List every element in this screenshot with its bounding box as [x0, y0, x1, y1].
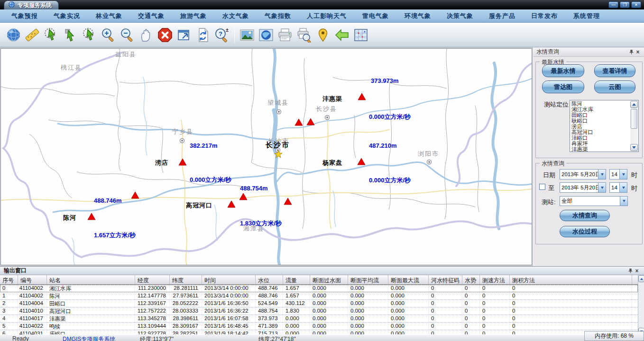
menu-item[interactable]: 日常发布 [526, 10, 562, 22]
window-export-icon[interactable] [175, 25, 193, 45]
station-list-item[interactable]: 湘江水库 [571, 107, 630, 112]
water-query-button[interactable]: 水情查询 [560, 210, 610, 221]
cloud-image-button[interactable]: 云图 [594, 81, 635, 93]
column-header[interactable]: 断面最大流 [388, 275, 429, 284]
column-header[interactable]: 断面平均流 [348, 275, 388, 284]
date-combo-2-dropdown-icon[interactable] [598, 183, 606, 192]
station-triangle-marker[interactable] [358, 158, 365, 165]
globe-icon[interactable] [4, 25, 23, 45]
table-row[interactable]: 041104002湘江水库111.23000028.2811112013/3/1… [0, 285, 638, 292]
output-pin-icon[interactable] [627, 268, 634, 274]
menu-item[interactable]: 环境气象 [400, 10, 436, 22]
station-list-item[interactable]: 冉家坪 [571, 141, 630, 146]
station-list-item[interactable]: 耿峪口 [571, 118, 630, 124]
output-close-icon[interactable]: × [634, 268, 640, 274]
column-header[interactable]: 流量 [283, 275, 310, 284]
scroll-up-button[interactable] [630, 101, 638, 108]
date-combo-dropdown-icon[interactable] [598, 170, 606, 179]
print-icon[interactable] [276, 25, 294, 45]
back-arrow-icon[interactable] [332, 25, 351, 45]
column-header[interactable]: 经度 [135, 275, 170, 284]
table-row[interactable]: 541104022鸣犊113.10944428.3091672013/1/6 1… [0, 323, 638, 330]
date-combo-2[interactable]: 2013年 5月20日 [560, 182, 606, 193]
table-row[interactable]: 141104002陈河112.14777827.9736112013/3/14 … [0, 292, 638, 300]
to-checkbox[interactable] [539, 184, 545, 190]
menu-item[interactable]: 决策气象 [442, 10, 478, 22]
station-list-item[interactable]: 高冠河口 [571, 129, 630, 135]
close-button[interactable]: × [631, 1, 641, 8]
restore-button[interactable]: ❐ [620, 1, 630, 8]
table-row[interactable]: 241104004田峪口112.33916728.0522222013/1/6 … [0, 300, 638, 307]
station-combo-dropdown-icon[interactable] [620, 197, 627, 206]
radar-chart-button[interactable]: 雷达图 [542, 81, 584, 93]
column-header[interactable]: 断面过水面 [310, 275, 348, 284]
stop-icon[interactable] [156, 25, 175, 45]
stage-process-button[interactable]: 水位过程 [560, 226, 610, 237]
station-list-item[interactable]: 陈河 [571, 101, 630, 107]
measure-icon[interactable] [23, 25, 42, 45]
menu-item[interactable]: 旅游气象 [175, 10, 212, 22]
table-scrollbar[interactable] [638, 275, 644, 335]
station-triangle-marker[interactable] [228, 201, 235, 207]
column-header[interactable]: 编号 [18, 275, 47, 284]
table-scroll-up-button[interactable] [638, 275, 644, 282]
hour-combo[interactable]: 14 [609, 169, 627, 179]
station-triangle-marker[interactable] [179, 159, 186, 165]
panel-close-icon[interactable]: × [635, 49, 641, 55]
station-list-item[interactable]: 涝店 [571, 124, 630, 129]
table-row[interactable]: 441104017沣惠渠113.34527828.3986112013/1/6 … [0, 315, 638, 323]
scroll-thumb[interactable] [631, 109, 637, 129]
menu-item[interactable]: 气象预报 [7, 10, 43, 22]
print-preview-icon[interactable] [294, 25, 313, 45]
column-header[interactable]: 水位 [256, 275, 283, 284]
station-triangle-marker[interactable] [239, 193, 247, 200]
station-list-item[interactable]: 田峪口 [571, 112, 630, 118]
station-triangle-marker[interactable] [358, 93, 366, 100]
menu-item[interactable]: 交通气象 [133, 10, 169, 22]
select-features-icon[interactable] [42, 25, 61, 45]
column-header[interactable]: 水势 [462, 275, 480, 284]
select-arrow-icon[interactable] [61, 25, 80, 45]
menu-item[interactable]: 气象实况 [49, 10, 85, 22]
column-header[interactable]: 纬度 [170, 275, 202, 284]
menu-item[interactable]: 气象指数 [260, 10, 296, 22]
clear-selection-icon[interactable] [80, 25, 99, 45]
hour-combo-2-dropdown-icon[interactable] [619, 183, 627, 192]
menu-item[interactable]: 林业气象 [91, 10, 127, 22]
menu-item[interactable]: 水文气象 [218, 10, 254, 22]
grid-map-icon[interactable] [351, 25, 370, 45]
column-header[interactable]: 时间 [202, 275, 256, 284]
minimize-button[interactable]: — [608, 1, 618, 8]
latest-water-button[interactable]: 最新水情 [542, 64, 584, 77]
station-list-scrollbar[interactable] [630, 101, 638, 151]
station-list-item[interactable]: 沣惠渠 [571, 146, 630, 152]
column-header[interactable]: 测速方法 [480, 275, 510, 284]
map-service-icon[interactable] [257, 25, 276, 45]
station-triangle-marker[interactable] [307, 118, 314, 125]
station-triangle-marker[interactable] [284, 198, 292, 205]
station-triangle-marker[interactable] [295, 119, 303, 126]
menu-item[interactable]: 人工影响天气 [302, 10, 351, 22]
menu-item[interactable]: 系统管理 [569, 10, 605, 22]
image-export-icon[interactable] [238, 25, 257, 45]
station-listbox[interactable]: 陈河湘江水库田峪口耿峪口涝店高冠河口沣峪口冉家坪沣惠渠 [570, 100, 639, 152]
column-header[interactable]: 序号 [0, 275, 18, 284]
map-canvas[interactable]: 益阳县桃江县宁乡县望城县长沙县长沙市浏阳市湘潭县涝店陈河高冠河口沣惠渠杨家盘长沙… [0, 48, 532, 265]
column-header[interactable]: 测积方法 [510, 275, 632, 284]
station-list-item[interactable]: 沣峪口 [571, 135, 630, 141]
station-triangle-marker[interactable] [131, 192, 139, 198]
date-combo[interactable]: 2013年 5月20日 [560, 169, 606, 179]
zoom-out-icon[interactable] [118, 25, 137, 45]
pan-icon[interactable] [137, 25, 156, 45]
station-triangle-marker[interactable] [88, 213, 95, 220]
station-combo[interactable]: 全部 [560, 196, 628, 206]
hour-combo-dropdown-icon[interactable] [619, 170, 627, 179]
view-details-button[interactable]: 查看详情 [594, 64, 635, 77]
menu-item[interactable]: 服务产品 [484, 10, 520, 22]
identify-icon[interactable]: ?± [212, 25, 231, 45]
locate-pin-icon[interactable] [313, 25, 332, 45]
refresh-icon[interactable] [193, 25, 212, 45]
menu-item[interactable]: 雷电气象 [358, 10, 394, 22]
column-header[interactable]: 河水特征码 [429, 275, 462, 284]
pin-icon[interactable] [628, 49, 635, 55]
